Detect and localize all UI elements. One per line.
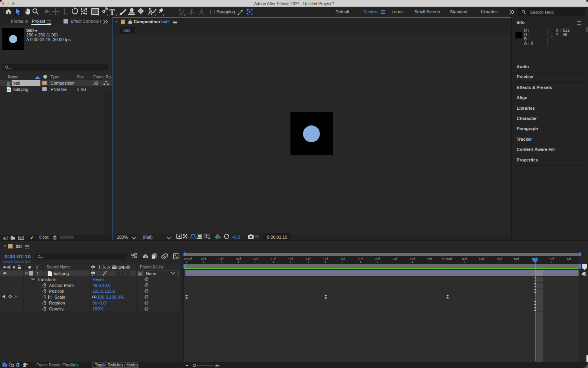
svg-text:T: T xyxy=(109,7,115,17)
svg-text:#: # xyxy=(36,265,38,270)
svg-text:@: @ xyxy=(138,271,142,276)
svg-text:fx: fx xyxy=(107,265,111,270)
svg-text:{}: {} xyxy=(16,363,20,367)
